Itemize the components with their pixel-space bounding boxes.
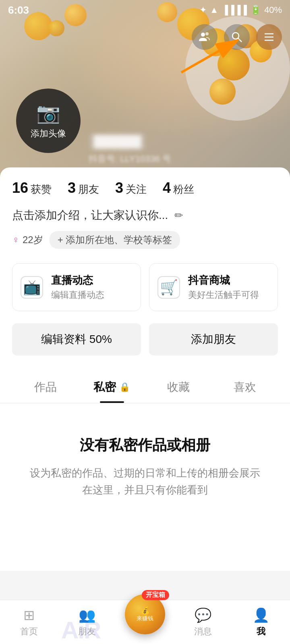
likes-stat[interactable]: 16 获赞 (12, 180, 52, 196)
likes-label: 获赞 (31, 182, 52, 196)
bio-row[interactable]: 点击添加介绍，让大家认识你... ✏ (12, 208, 278, 223)
nav-messages[interactable]: 💬 消息 (174, 607, 232, 638)
action-buttons: 编辑资料 50% 添加朋友 (12, 323, 278, 355)
following-label: 关注 (126, 182, 147, 196)
tab-private[interactable]: 私密 🔒 (79, 370, 145, 403)
nav-earn-money[interactable]: 开宝箱 💰 来赚钱 (116, 594, 174, 634)
empty-desc: 设为私密的作品、过期的日常和上传的相册会展示在这里，并且只有你能看到 (28, 465, 262, 498)
status-icons: ✦ ▲ ▐▐▐▐ 🔋 40% (199, 5, 282, 15)
money-bag-badge: 开宝箱 (142, 590, 169, 600)
age-label: 22岁 (23, 233, 43, 246)
messages-icon: 💬 (195, 607, 211, 623)
shop-service-info: 抖音商城 美好生活触手可得 (188, 273, 259, 301)
nav-home[interactable]: ⊞ 首页 (0, 607, 58, 638)
edit-profile-button[interactable]: 编辑资料 50% (12, 323, 141, 355)
gender-icon: ♀ (12, 234, 19, 246)
bio-text: 点击添加介绍，让大家认识你... (12, 208, 168, 223)
nav-profile[interactable]: 👤 我 (232, 607, 290, 638)
tags-row: ♀ 22岁 + 添加所在地、学校等标签 (12, 231, 278, 249)
bottom-navigation: ⊞ 首页 👥 朋友 开宝箱 💰 来赚钱 💬 消息 👤 我 (0, 600, 290, 644)
shop-service-title: 抖音商城 (188, 273, 259, 287)
svg-point-2 (232, 33, 239, 39)
earn-label: 💰 (141, 606, 149, 615)
fruit-decoration (48, 20, 64, 36)
nav-home-label: 首页 (20, 625, 38, 638)
main-content-card: 16 获赞 3 朋友 3 关注 4 粉丝 点击添加介绍，让大家认识你... ✏ … (0, 167, 290, 571)
add-friend-button[interactable]: 添加朋友 (149, 323, 278, 355)
search-button[interactable] (224, 24, 250, 50)
status-time: 6:03 (8, 4, 29, 17)
nav-friends-label: 朋友 (78, 625, 96, 638)
username-display: ██████ (89, 134, 146, 150)
live-icon: 📺 (21, 276, 43, 299)
live-service-sub: 编辑直播动态 (51, 289, 104, 301)
following-stat[interactable]: 3 关注 (115, 180, 147, 196)
friends-stat[interactable]: 3 朋友 (68, 180, 99, 196)
nav-messages-label: 消息 (194, 625, 212, 638)
add-avatar-button[interactable]: 📷 添加头像 (16, 89, 81, 153)
wifi-icon: ▲ (210, 5, 219, 15)
live-service-title: 直播动态 (51, 273, 104, 287)
followers-label: 粉丝 (173, 182, 194, 196)
svg-line-3 (238, 38, 242, 42)
avatar-area[interactable]: 📷 添加头像 (16, 89, 81, 153)
earn-sub-label: 来赚钱 (137, 615, 153, 622)
shop-icon: 🛒 (157, 276, 180, 299)
friends-count: 3 (68, 180, 76, 196)
gender-age-tag: ♀ 22岁 (12, 233, 43, 246)
banner-actions (192, 24, 282, 50)
svg-point-1 (205, 32, 209, 35)
svg-point-0 (201, 33, 205, 37)
live-service-info: 直播动态 编辑直播动态 (51, 273, 104, 301)
bluetooth-icon: ✦ (199, 5, 207, 15)
add-tags-label: + 添加所在地、学校等标签 (58, 233, 172, 246)
tab-favorites[interactable]: 收藏 (145, 370, 211, 403)
money-bag-button[interactable]: 开宝箱 💰 来赚钱 (125, 594, 165, 634)
nav-profile-label: 我 (257, 625, 265, 638)
battery-icon: 🔋 (250, 5, 261, 15)
lock-icon: 🔒 (119, 382, 130, 392)
nav-friends[interactable]: 👥 朋友 (58, 607, 116, 638)
following-count: 3 (115, 180, 123, 196)
user-id-display: 抖音号: LLY10336 号 (89, 153, 171, 165)
signal-icon: ▐▐▐▐ (222, 5, 247, 15)
profile-banner: 📷 添加头像 ██████ 抖音号: LLY10336 号 (0, 0, 290, 177)
profile-tabs: 作品 私密 🔒 收藏 喜欢 (0, 370, 290, 403)
battery-pct: 40% (264, 5, 282, 15)
tab-likes[interactable]: 喜欢 (211, 370, 278, 403)
empty-title: 没有私密作品或相册 (28, 436, 262, 455)
profile-nav-icon: 👤 (253, 607, 269, 623)
edit-bio-icon[interactable]: ✏ (174, 209, 183, 222)
add-tags-button[interactable]: + 添加所在地、学校等标签 (50, 231, 180, 249)
friends-button[interactable] (192, 24, 218, 50)
banner-username-area: ██████ 抖音号: LLY10336 号 (89, 134, 171, 165)
followers-stat[interactable]: 4 粉丝 (163, 180, 194, 196)
live-service-card[interactable]: 📺 直播动态 编辑直播动态 (12, 263, 141, 311)
home-icon: ⊞ (23, 607, 35, 623)
menu-button[interactable] (256, 24, 282, 50)
camera-icon: 📷 (36, 102, 60, 124)
stats-row: 16 获赞 3 朋友 3 关注 4 粉丝 (12, 180, 278, 196)
likes-count: 16 (12, 180, 28, 196)
friends-nav-icon: 👥 (79, 607, 95, 623)
status-bar: 6:03 ✦ ▲ ▐▐▐▐ 🔋 40% (0, 0, 290, 20)
shop-service-sub: 美好生活触手可得 (188, 289, 259, 301)
services-row: 📺 直播动态 编辑直播动态 🛒 抖音商城 美好生活触手可得 (12, 263, 278, 311)
shop-service-card[interactable]: 🛒 抖音商城 美好生活触手可得 (149, 263, 278, 311)
followers-count: 4 (163, 180, 171, 196)
empty-state: 没有私密作品或相册 设为私密的作品、过期的日常和上传的相册会展示在这里，并且只有… (12, 403, 278, 522)
friends-label: 朋友 (78, 182, 99, 196)
tab-works[interactable]: 作品 (12, 370, 79, 403)
